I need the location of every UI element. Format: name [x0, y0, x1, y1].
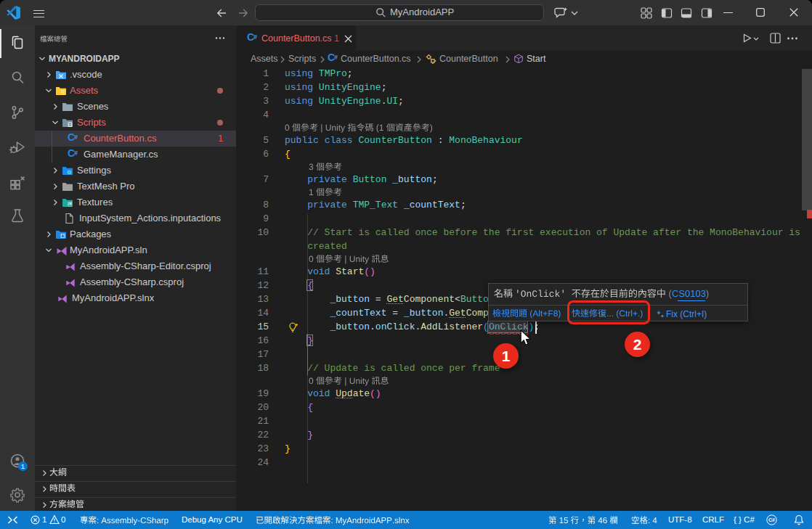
svg-text:C#: C#	[768, 517, 775, 522]
